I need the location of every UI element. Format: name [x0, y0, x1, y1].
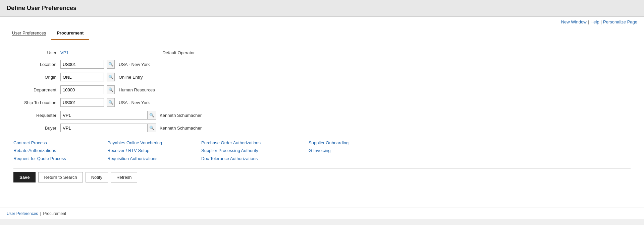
- links-col-2: Payables Online Vouchering Receiver / RT…: [107, 139, 201, 162]
- search-icon: 🔍: [108, 62, 113, 67]
- department-input[interactable]: [60, 85, 104, 94]
- user-label: User: [13, 50, 60, 55]
- ship-to-label: Ship To Location: [13, 100, 60, 105]
- refresh-button[interactable]: Refresh: [111, 172, 138, 182]
- link-supplier-onboarding[interactable]: Supplier Onboarding: [309, 139, 396, 147]
- page-title: Define User Preferences: [7, 5, 637, 12]
- buyer-search-button[interactable]: 🔍: [148, 124, 156, 132]
- department-search-button[interactable]: 🔍: [107, 85, 115, 94]
- requester-label: Requester: [13, 113, 60, 118]
- tab-bar: User Preferences Procurement: [0, 27, 644, 40]
- link-requisition-authorizations[interactable]: Requisition Authorizations: [107, 155, 201, 162]
- personalize-page-link[interactable]: Personalize Page: [603, 19, 637, 24]
- requester-input[interactable]: [60, 111, 148, 120]
- new-window-link[interactable]: New Window: [561, 19, 587, 24]
- breadcrumb-procurement: Procurement: [43, 211, 66, 216]
- location-field-group: 🔍 USA - New York: [60, 60, 150, 69]
- department-field-group: 🔍 Human Resources: [60, 85, 155, 94]
- ship-to-field-group: 🔍 USA - New York: [60, 98, 150, 107]
- breadcrumb-user-preferences[interactable]: User Preferences: [7, 211, 38, 216]
- user-value: VP1: [60, 50, 69, 55]
- page-header: Define User Preferences: [0, 0, 644, 17]
- bottom-breadcrumb: User Preferences | Procurement: [0, 208, 644, 219]
- origin-field-group: 🔍 Online Entry: [60, 73, 143, 81]
- link-contract-process[interactable]: Contract Process: [13, 139, 107, 147]
- requester-field-group: 🔍 Kenneth Schumacher: [60, 111, 202, 120]
- link-g-invoicing[interactable]: G-Invoicing: [309, 147, 396, 154]
- search-icon: 🔍: [108, 100, 113, 105]
- search-icon: 🔍: [108, 87, 113, 92]
- buyer-input[interactable]: [60, 124, 148, 132]
- search-icon: 🔍: [108, 75, 113, 79]
- main-content: User VP1 Default Operator Location 🔍 USA…: [0, 40, 644, 208]
- origin-row: Origin 🔍 Online Entry: [13, 73, 631, 81]
- tab-user-preferences[interactable]: User Preferences: [7, 27, 51, 40]
- location-description: USA - New York: [119, 62, 150, 67]
- links-col-1: Contract Process Rebate Authorizations R…: [13, 139, 107, 162]
- location-input[interactable]: [60, 60, 104, 69]
- buyer-description: Kenneth Schumacher: [160, 126, 202, 131]
- link-purchase-order-authorizations[interactable]: Purchase Order Authorizations: [201, 139, 309, 147]
- default-operator-label: Default Operator: [163, 50, 195, 55]
- ship-to-row: Ship To Location 🔍 USA - New York: [13, 98, 631, 107]
- link-receiver-rtv-setup[interactable]: Receiver / RTV Setup: [107, 147, 201, 154]
- link-supplier-processing-authority[interactable]: Supplier Processing Authority: [201, 147, 309, 154]
- ship-to-input[interactable]: [60, 98, 104, 107]
- origin-description: Online Entry: [119, 75, 143, 80]
- requester-description: Kenneth Schumacher: [160, 113, 202, 118]
- origin-label: Origin: [13, 75, 60, 80]
- ship-to-search-button[interactable]: 🔍: [107, 98, 115, 107]
- location-search-button[interactable]: 🔍: [107, 60, 115, 69]
- top-links-bar: New Window | Help | Personalize Page: [0, 17, 644, 27]
- location-label: Location: [13, 62, 60, 67]
- form-section: User VP1 Default Operator Location 🔍 USA…: [13, 50, 631, 186]
- links-col-4: Supplier Onboarding G-Invoicing: [309, 139, 396, 162]
- tab-procurement[interactable]: Procurement: [51, 27, 89, 40]
- ship-to-description: USA - New York: [119, 100, 150, 105]
- location-row: Location 🔍 USA - New York: [13, 60, 631, 69]
- notify-button[interactable]: Notify: [86, 172, 108, 182]
- help-link[interactable]: Help: [590, 19, 599, 24]
- origin-search-button[interactable]: 🔍: [107, 73, 115, 81]
- link-rebate-authorizations[interactable]: Rebate Authorizations: [13, 147, 107, 154]
- department-label: Department: [13, 87, 60, 92]
- buyer-field-group: 🔍 Kenneth Schumacher: [60, 124, 202, 132]
- save-button[interactable]: Save: [13, 172, 36, 182]
- link-payables-online-vouchering[interactable]: Payables Online Vouchering: [107, 139, 201, 147]
- requester-search-button[interactable]: 🔍: [148, 111, 156, 120]
- requester-row: Requester 🔍 Kenneth Schumacher: [13, 111, 631, 120]
- department-description: Human Resources: [119, 87, 155, 92]
- search-icon: 🔍: [149, 126, 154, 130]
- links-section: Contract Process Rebate Authorizations R…: [13, 139, 631, 162]
- user-row: User VP1 Default Operator: [13, 50, 631, 55]
- search-icon: 🔍: [149, 113, 154, 118]
- link-doc-tolerance-authorizations[interactable]: Doc Tolerance Authorizations: [201, 155, 309, 162]
- action-bar: Save Return to Search Notify Refresh: [13, 168, 631, 186]
- link-request-for-quote[interactable]: Request for Quote Process: [13, 155, 107, 162]
- buyer-label: Buyer: [13, 126, 60, 131]
- return-to-search-button[interactable]: Return to Search: [38, 172, 83, 182]
- links-col-3: Purchase Order Authorizations Supplier P…: [201, 139, 309, 162]
- buyer-row: Buyer 🔍 Kenneth Schumacher: [13, 124, 631, 132]
- origin-input[interactable]: [60, 73, 104, 81]
- department-row: Department 🔍 Human Resources: [13, 85, 631, 94]
